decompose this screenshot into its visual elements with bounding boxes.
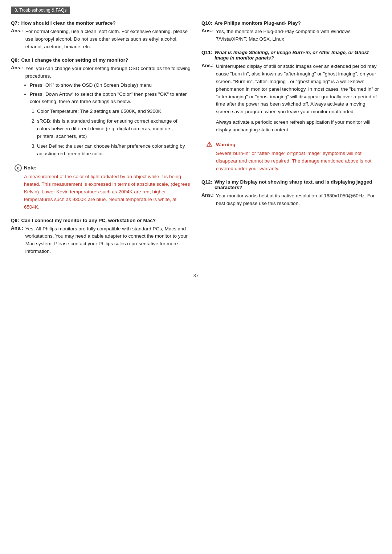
note-icon: e	[15, 164, 22, 172]
a8-label: Ans.:	[11, 65, 23, 80]
q10-text: Are Philips monitors Plug-and- Play?	[215, 20, 301, 26]
q7-text: How should I clean the monitor surface?	[21, 20, 116, 26]
list-item: Press "OK" to show the OSD (On Screen Di…	[30, 82, 191, 89]
list-item: User Define; the user can choose his/her…	[37, 143, 191, 158]
q9-label: Q9:	[11, 218, 19, 223]
a11-label: Ans.:	[201, 63, 214, 134]
warning-block: ⚠ Warning Severe"burn-in" or "after-imag…	[201, 140, 381, 173]
warning-icon: ⚠	[205, 140, 213, 148]
note-block: e Note: A measurement of the color of li…	[11, 164, 191, 211]
q10-label: Q10:	[201, 20, 212, 26]
a12-text: Your monitor works best at its native re…	[216, 192, 381, 208]
q10-block: Q10: Are Philips monitors Plug-and- Play…	[201, 20, 381, 43]
list-item: Press "Down Arrow" to select the option …	[30, 91, 191, 106]
a10-label: Ans.:	[201, 28, 214, 43]
a9-text: Yes. All Philips monitors are fully comp…	[25, 225, 191, 256]
q10-question: Q10: Are Philips monitors Plug-and- Play…	[201, 20, 381, 26]
note-header-text: Note:	[24, 165, 37, 171]
a7-label: Ans.:	[11, 28, 23, 51]
q8-text: Can I change the color setting of my mon…	[21, 57, 128, 63]
a9-answer: Ans.: Yes. All Philips monitors are full…	[11, 225, 191, 256]
a7-answer: Ans.: For normal cleaning, use a clean, …	[11, 28, 191, 51]
q11-text: What is Image Sticking, or Image Burn-in…	[215, 50, 381, 61]
two-column-layout: Q7: How should I clean the monitor surfa…	[11, 20, 381, 262]
a9-label: Ans.:	[11, 225, 23, 256]
a7-text: For normal cleaning, use a clean, soft c…	[25, 28, 191, 51]
a12-label: Ans.:	[201, 192, 214, 208]
a11-text1: Uninterrupted display of still or static…	[216, 63, 381, 116]
list-item: sRGB; this is a standard setting for ens…	[37, 118, 191, 140]
page-number: 37	[11, 273, 381, 278]
q9-question: Q9: Can I connect my monitor to any PC, …	[11, 218, 191, 223]
q8-question: Q8: Can I change the color setting of my…	[11, 57, 191, 63]
q8-block: Q8: Can I change the color setting of my…	[11, 57, 191, 158]
a8-numbered: Color Temperature; The 2 settings are 65…	[11, 108, 191, 158]
q7-label: Q7:	[11, 20, 19, 26]
a11-answer: Ans.: Uninterrupted display of still or …	[201, 63, 381, 134]
warning-text: Severe"burn-in" or "after-image" or"ghos…	[205, 150, 381, 173]
q12-text: Why is my Display not showing sharp text…	[215, 179, 381, 190]
q8-label: Q8:	[11, 57, 19, 63]
q12-label: Q12:	[201, 179, 212, 190]
page: 8. Troubleshooting & FAQs Q7: How should…	[0, 0, 392, 554]
note-header: e Note:	[15, 164, 191, 172]
q7-block: Q7: How should I clean the monitor surfa…	[11, 20, 191, 51]
a10-answer: Ans.: Yes, the monitors are Plug-and-Pla…	[201, 28, 381, 43]
q11-label: Q11:	[201, 50, 212, 61]
warning-header-text: Warning	[216, 142, 236, 147]
a10-text: Yes, the monitors are Plug-and-Play comp…	[216, 28, 381, 43]
a12-answer: Ans.: Your monitor works best at its nat…	[201, 192, 381, 208]
q12-question: Q12: Why is my Display not showing sharp…	[201, 179, 381, 190]
right-column: Q10: Are Philips monitors Plug-and- Play…	[201, 20, 381, 262]
a8-intro-text: Yes, you can change your color setting t…	[25, 65, 191, 80]
q9-text: Can I connect my monitor to any PC, work…	[21, 218, 156, 223]
a11-text2: Always activate a periodic screen refres…	[216, 119, 381, 134]
a8-bullets: Press "OK" to show the OSD (On Screen Di…	[11, 82, 191, 106]
q11-block: Q11: What is Image Sticking, or Image Bu…	[201, 50, 381, 134]
a11-text-block: Uninterrupted display of still or static…	[216, 63, 381, 134]
note-text: A measurement of the color of light radi…	[15, 173, 191, 211]
q12-block: Q12: Why is my Display not showing sharp…	[201, 179, 381, 208]
a8-answer-intro: Ans.: Yes, you can change your color set…	[11, 65, 191, 80]
q9-block: Q9: Can I connect my monitor to any PC, …	[11, 218, 191, 256]
q7-question: Q7: How should I clean the monitor surfa…	[11, 20, 191, 26]
q11-question: Q11: What is Image Sticking, or Image Bu…	[201, 50, 381, 61]
list-item: Color Temperature; The 2 settings are 65…	[37, 108, 191, 115]
warning-header: ⚠ Warning	[205, 140, 381, 148]
breadcrumb: 8. Troubleshooting & FAQs	[11, 7, 70, 14]
left-column: Q7: How should I clean the monitor surfa…	[11, 20, 191, 262]
